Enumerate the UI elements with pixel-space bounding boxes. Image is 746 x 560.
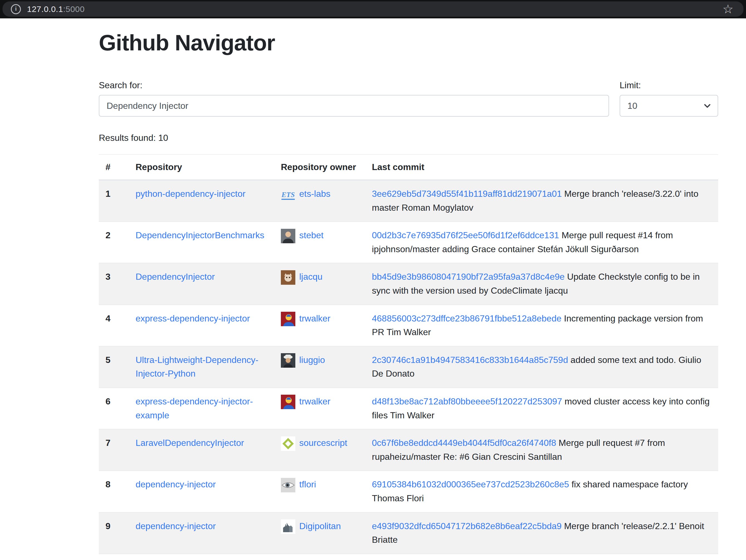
row-index: 6 <box>99 388 129 429</box>
table-row: 1 python-dependency-injector ETS— — —ets… <box>99 180 718 222</box>
repository-link[interactable]: python-dependency-injector <box>136 189 246 199</box>
results-table-body: 1 python-dependency-injector ETS— — —ets… <box>99 180 718 560</box>
repository-link[interactable]: Ultra-Lightweight-Dependency-Injector-Py… <box>136 355 258 379</box>
sourcescript-logo <box>281 436 295 451</box>
limit-select-wrap: 10 <box>620 95 718 117</box>
owner-link[interactable]: sourcescript <box>299 438 347 448</box>
digipolitan-logo <box>281 519 295 534</box>
owner-link[interactable]: ets-labs <box>299 189 331 199</box>
owner-link[interactable]: trwalker <box>299 396 331 406</box>
table-row: 7 LaravelDependencyInjector sourcescript… <box>99 429 718 471</box>
limit-select[interactable]: 10 <box>620 95 718 117</box>
row-index: 5 <box>99 346 129 388</box>
table-row: 5 Ultra-Lightweight-Dependency-Injector-… <box>99 346 718 388</box>
repository-link[interactable]: express-dependency-injector <box>136 314 250 323</box>
search-label: Search for: <box>99 80 609 90</box>
stebet-photo <box>281 229 295 243</box>
trwalker-photo <box>281 395 295 409</box>
url-text[interactable]: 127.0.0.1:5000 <box>27 4 85 14</box>
commit-hash-link[interactable]: 468856003c273dffce23b86791fbbe512a8ebede <box>372 314 562 323</box>
page-title: Github Navigator <box>99 30 718 56</box>
owner-link[interactable]: ljacqu <box>299 272 323 282</box>
owner-link[interactable]: stebet <box>299 230 323 240</box>
header-last-commit: Last commit <box>365 154 718 180</box>
repository-link[interactable]: DependencyInjector <box>136 272 215 282</box>
commit-hash-link[interactable]: 00d2b3c7e76935d76f25ee50f6d1f2ef6ddce131 <box>372 230 559 240</box>
url-host: 127.0.0.1 <box>27 4 63 13</box>
header-owner: Repository owner <box>274 154 365 180</box>
table-row: 10 dependency-injector FinnWinchester 02… <box>99 554 718 560</box>
info-icon[interactable]: i <box>11 4 21 14</box>
commit-hash-link[interactable]: d48f13be8ac712abf80bbeeee5f120227d253097 <box>372 396 562 406</box>
header-index: # <box>99 154 129 180</box>
search-form: Search for: Limit: 10 <box>99 80 718 117</box>
commit-hash-link[interactable]: 2c30746c1a91b4947583416c833b1644a85c759d <box>372 355 568 365</box>
address-bar[interactable]: i 127.0.0.1:5000 ☆ <box>2 1 744 17</box>
table-row: 3 DependencyInjector ljacqu bb45d9e3b986… <box>99 263 718 304</box>
page-container: Github Navigator Search for: Limit: 10 R… <box>99 30 718 560</box>
row-index: 7 <box>99 429 129 471</box>
trwalker-photo <box>281 312 295 326</box>
repository-link[interactable]: express-dependency-injector-example <box>136 396 253 420</box>
owner-link[interactable]: tflori <box>299 479 316 489</box>
table-row: 4 express-dependency-injector trwalker 4… <box>99 305 718 346</box>
row-index: 3 <box>99 263 129 304</box>
commit-hash-link[interactable]: 69105384b61032d000365ee737cd2523b260c8e5 <box>372 479 569 489</box>
commit-hash-link[interactable]: bb45d9e3b98608047190bf72a95fa9a37d8c4e9e <box>372 272 565 282</box>
row-index: 9 <box>99 512 129 554</box>
limit-label: Limit: <box>620 80 718 90</box>
header-repository: Repository <box>129 154 274 180</box>
owner-link[interactable]: liuggio <box>299 355 325 365</box>
owner-link[interactable]: trwalker <box>299 314 331 323</box>
url-port: :5000 <box>63 4 85 13</box>
commit-hash-link[interactable]: e493f9032dfcd65047172b682e8b6eaf22c5bda9 <box>372 521 562 531</box>
row-index: 4 <box>99 305 129 346</box>
ljacqu-photo <box>281 270 295 285</box>
repository-link[interactable]: dependency-injector <box>136 521 216 531</box>
row-index: 8 <box>99 471 129 512</box>
repository-link[interactable]: DependencyInjectorBenchmarks <box>136 230 264 240</box>
row-index: 1 <box>99 180 129 222</box>
row-index: 2 <box>99 222 129 263</box>
repository-link[interactable]: dependency-injector <box>136 479 216 489</box>
table-row: 6 express-dependency-injector-example tr… <box>99 388 718 429</box>
tflori-photo <box>281 478 295 492</box>
table-row: 8 dependency-injector tflori 69105384b61… <box>99 471 718 512</box>
table-row: 9 dependency-injector Digipolitan e493f9… <box>99 512 718 554</box>
owner-link[interactable]: Digipolitan <box>299 521 341 531</box>
results-table-head: # Repository Repository owner Last commi… <box>99 154 718 180</box>
row-index: 10 <box>99 554 129 560</box>
ets-labs-logo: ETS— — — <box>281 187 295 202</box>
results-count: Results found: 10 <box>99 133 718 143</box>
star-icon[interactable]: ☆ <box>723 3 734 15</box>
commit-hash-link[interactable]: 0c67f6be8eddcd4449eb4044f5df0ca26f4740f8 <box>372 438 556 448</box>
limit-group: Limit: 10 <box>620 80 718 117</box>
liuggio-photo <box>281 353 295 368</box>
results-table: # Repository Repository owner Last commi… <box>99 154 718 560</box>
search-group: Search for: <box>99 80 609 117</box>
table-row: 2 DependencyInjectorBenchmarks stebet 00… <box>99 222 718 263</box>
search-input[interactable] <box>99 95 609 117</box>
repository-link[interactable]: LaravelDependencyInjector <box>136 438 244 448</box>
commit-hash-link[interactable]: 3ee629eb5d7349d55f41b119aff81dd219071a01 <box>372 189 562 199</box>
browser-toolbar: i 127.0.0.1:5000 ☆ <box>0 0 746 18</box>
